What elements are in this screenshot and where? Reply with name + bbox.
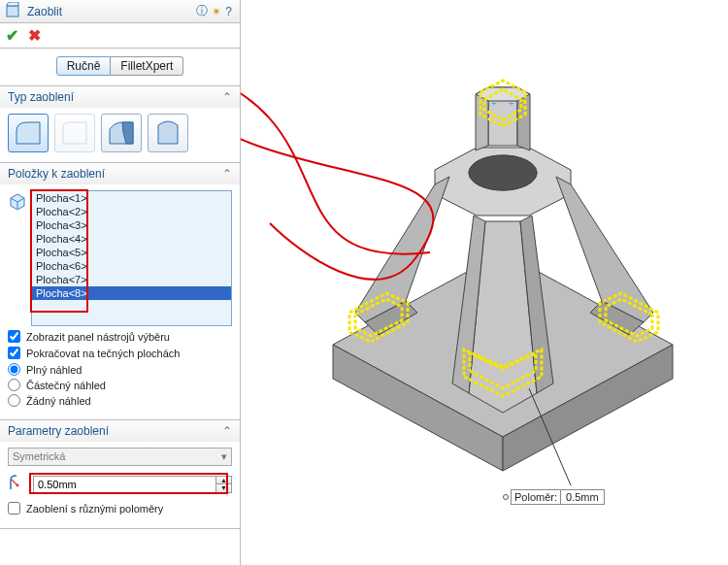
- checkbox-multi-radius[interactable]: Zaoblení s různými poloměry: [8, 502, 232, 515]
- section-header-items[interactable]: Položky k zaoblení ⌃: [0, 163, 240, 184]
- spinner-up[interactable]: ▲: [216, 477, 231, 485]
- checkbox-show-toolbar-label: Zobrazit panel nástrojů výběru: [26, 331, 170, 343]
- checkbox-show-toolbar-input[interactable]: [8, 330, 20, 343]
- radio-full-input[interactable]: [8, 363, 20, 376]
- section-title-type: Typ zaoblení: [8, 90, 74, 104]
- checkbox-multi-input[interactable]: [8, 502, 20, 515]
- mode-tabs: Ručně FilletXpert: [0, 49, 240, 86]
- ok-button[interactable]: ✔: [6, 26, 18, 45]
- svg-text:+: +: [509, 98, 514, 109]
- spinner-down[interactable]: ▼: [216, 484, 231, 492]
- chevron-up-icon: ⌃: [222, 424, 232, 438]
- section-header-type[interactable]: Typ zaoblení ⌃: [0, 86, 240, 108]
- checkbox-tangent-input[interactable]: [8, 347, 20, 359]
- section-title-params: Parametry zaoblení: [8, 424, 109, 438]
- help-icon[interactable]: ⓘ: [196, 3, 208, 19]
- panel-titlebar: Zaoblit ⓘ ✴ ?: [0, 0, 240, 23]
- section-title-items: Položky k zaoblení: [8, 167, 105, 181]
- face-list-item[interactable]: Plocha<3>: [32, 218, 231, 232]
- radius-icon: [8, 474, 27, 494]
- property-panel: Zaoblit ⓘ ✴ ? ✔ ✖ Ručně FilletXpert Typ …: [0, 0, 241, 565]
- chevron-up-icon: ⌃: [222, 167, 232, 181]
- section-items: Položky k zaoblení ⌃ Plocha<1>Plocha<2>P…: [0, 163, 240, 420]
- symmetry-value: Symetrická: [13, 450, 65, 463]
- svg-point-1: [17, 484, 19, 487]
- face-selection-icon: [8, 192, 27, 326]
- face-list-item[interactable]: Plocha<2>: [32, 205, 231, 218]
- radio-partial-label: Částečný náhled: [26, 380, 106, 391]
- tab-filletxpert[interactable]: FilletXpert: [111, 56, 183, 76]
- checkbox-multi-label: Zaoblení s různými poloměry: [26, 503, 163, 515]
- section-fillet-type: Typ zaoblení ⌃: [0, 86, 240, 163]
- checkbox-tangent-label: Pokračovat na tečných plochách: [26, 348, 180, 359]
- face-list-item[interactable]: Plocha<8>: [32, 286, 231, 300]
- panel-title: Zaoblit: [27, 5, 194, 18]
- confirm-row: ✔ ✖: [0, 23, 240, 49]
- radio-no-preview[interactable]: Žádný náhled: [8, 394, 232, 407]
- section-params: Parametry zaoblení ⌃ Symetrická ▾ ▲ ▼: [0, 420, 240, 529]
- checkbox-tangent[interactable]: Pokračovat na tečných plochách: [8, 347, 232, 359]
- chevron-down-icon: ▾: [221, 450, 227, 463]
- face-list-item[interactable]: Plocha<7>: [32, 273, 231, 286]
- type-variable-radius[interactable]: [54, 114, 95, 152]
- radius-input[interactable]: [34, 477, 215, 492]
- svg-text:+: +: [491, 98, 497, 109]
- face-list-item[interactable]: Plocha<5>: [32, 246, 231, 259]
- wizard-icon[interactable]: ✴: [212, 5, 221, 18]
- radio-full-label: Plný náhled: [26, 364, 83, 376]
- radio-full-preview[interactable]: Plný náhled: [8, 363, 232, 376]
- 3d-viewport[interactable]: ++: [241, 0, 728, 565]
- face-list-item[interactable]: Plocha<1>: [32, 191, 231, 205]
- checkbox-show-toolbar[interactable]: Zobrazit panel nástrojů výběru: [8, 330, 232, 343]
- face-list[interactable]: Plocha<1>Plocha<2>Plocha<3>Plocha<4>Ploc…: [31, 190, 232, 326]
- radio-partial-input[interactable]: [8, 379, 20, 391]
- callout-label: Poloměr:: [511, 489, 561, 505]
- radio-none-input[interactable]: [8, 394, 20, 407]
- section-header-params[interactable]: Parametry zaoblení ⌃: [0, 420, 240, 442]
- type-full-round[interactable]: [148, 114, 188, 152]
- face-list-item[interactable]: Plocha<6>: [32, 259, 231, 273]
- radio-partial-preview[interactable]: Částečný náhled: [8, 379, 232, 391]
- callout-handle-icon[interactable]: [503, 494, 509, 500]
- callout-value[interactable]: 0.5mm: [561, 489, 605, 505]
- type-constant-radius[interactable]: [8, 114, 49, 152]
- type-face-fillet[interactable]: [101, 114, 142, 152]
- radius-spinner[interactable]: ▲ ▼: [33, 476, 232, 493]
- tab-manual[interactable]: Ručně: [56, 56, 112, 76]
- cancel-button[interactable]: ✖: [28, 26, 41, 45]
- fillet-icon: [6, 2, 21, 20]
- chevron-up-icon: ⌃: [222, 90, 232, 104]
- radio-none-label: Žádný náhled: [26, 395, 91, 407]
- svg-rect-0: [7, 6, 18, 17]
- radius-callout[interactable]: Poloměr: 0.5mm: [503, 489, 605, 505]
- more-help-icon[interactable]: ?: [225, 5, 232, 18]
- face-list-item[interactable]: Plocha<4>: [32, 232, 231, 246]
- symmetry-dropdown[interactable]: Symetrická ▾: [8, 448, 232, 466]
